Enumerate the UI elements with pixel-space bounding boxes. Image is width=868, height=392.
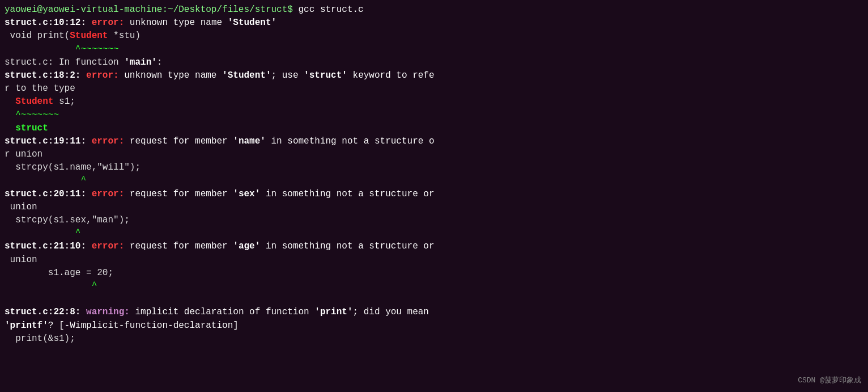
suggestion-line: struct	[5, 122, 863, 135]
caret-line-4: ^	[5, 227, 863, 240]
code-line-6: print(&s1);	[5, 332, 863, 345]
error-text-2: unknown type name	[119, 70, 222, 81]
error-text-2c: keyword to refe	[347, 70, 435, 81]
error-keyword-1: error:	[86, 18, 124, 28]
error-member-3: 'age'	[233, 241, 260, 251]
code-line-4: strcpy(s1.sex,"man");	[5, 214, 863, 227]
continuation-line-3: union	[5, 201, 863, 214]
error-line-5: struct.c:21:10: error: request for membe…	[5, 240, 863, 253]
struct-suggestion: struct	[15, 123, 48, 133]
caret-line-2: ^~~~~~~~	[5, 109, 863, 122]
error-text-5b: in something not a structure or	[260, 241, 434, 251]
continuation-line-2: r union	[5, 148, 863, 161]
continuation-line-4: union	[5, 254, 863, 267]
error-line-1: struct.c:10:12: error: unknown type name…	[5, 16, 863, 29]
function-name: 'main'	[124, 57, 157, 68]
warning-location-1: struct.c:22:8:	[5, 307, 80, 317]
warning-func-name: 'print'	[314, 307, 352, 317]
error-text-3b: in something not a structure o	[266, 136, 435, 146]
caret-line-1: ^~~~~~~~	[5, 43, 863, 56]
code-line-1: void print(Student *stu)	[5, 29, 863, 43]
prompt-text: yaowei@yaowei-virtual-machine:~/Desktop/…	[5, 5, 293, 15]
error-text-4: request for member	[124, 189, 233, 199]
caret-line-3: ^	[5, 174, 863, 187]
warning-printf: 'printf'	[5, 321, 48, 331]
terminal-prompt-line: yaowei@yaowei-virtual-machine:~/Desktop/…	[5, 3, 863, 16]
warning-line-2: 'printf'? [-Wimplicit-function-declarati…	[5, 319, 863, 332]
highlight-student-2: Student	[15, 96, 53, 107]
error-line-3: struct.c:19:11: error: request for membe…	[5, 135, 863, 148]
command-text: gcc struct.c	[293, 5, 364, 15]
error-keyword-3: error:	[86, 136, 124, 146]
error-location-1: struct.c:10:12:	[5, 18, 86, 28]
code-line-2: Student s1;	[5, 95, 863, 108]
error-location-5: struct.c:21:10:	[5, 241, 86, 251]
error-member-1: 'name'	[233, 136, 266, 146]
error-text-3: request for member	[124, 136, 233, 146]
error-text-1: unknown type name	[124, 18, 227, 28]
code-line-3: strcpy(s1.name,"will");	[5, 161, 863, 174]
error-type-1: 'Student'	[228, 18, 276, 28]
in-function-line: struct.c: In function 'main':	[5, 56, 863, 69]
error-struct-kw: 'struct'	[304, 70, 347, 81]
continuation-line-1: r to the type	[5, 82, 863, 95]
error-text-5: request for member	[124, 241, 233, 251]
error-type-2: 'Student'	[222, 70, 271, 81]
warning-text-1: implicit declaration of function	[130, 307, 314, 317]
warning-keyword-1: warning:	[80, 307, 129, 317]
error-location-3: struct.c:19:11:	[5, 136, 86, 146]
caret-line-5: ^	[5, 280, 863, 293]
error-member-2: 'sex'	[233, 189, 260, 199]
highlight-student-1: Student	[70, 31, 108, 41]
error-line-2: struct.c:18:2: error: unknown type name …	[5, 69, 863, 82]
error-keyword-4: error:	[86, 189, 124, 199]
error-text-4b: in something not a structure or	[260, 189, 434, 199]
warning-text-2: ? [-Wimplicit-function-declaration]	[48, 321, 239, 331]
warning-text-1b: ; did you mean	[353, 307, 429, 317]
warning-line-1: struct.c:22:8: warning: implicit declara…	[5, 306, 863, 319]
watermark: CSDN @菠萝印象成	[798, 376, 861, 386]
error-keyword-2: error:	[80, 70, 118, 81]
error-keyword-5: error:	[86, 241, 124, 251]
error-location-4: struct.c:20:11:	[5, 189, 86, 199]
error-line-4: struct.c:20:11: error: request for membe…	[5, 188, 863, 201]
terminal-window: yaowei@yaowei-virtual-machine:~/Desktop/…	[0, 0, 868, 392]
blank-line	[5, 293, 863, 306]
code-line-5: s1.age = 20;	[5, 267, 863, 280]
error-text-2b: ; use	[271, 70, 304, 81]
error-location-2: struct.c:18:2:	[5, 70, 80, 81]
